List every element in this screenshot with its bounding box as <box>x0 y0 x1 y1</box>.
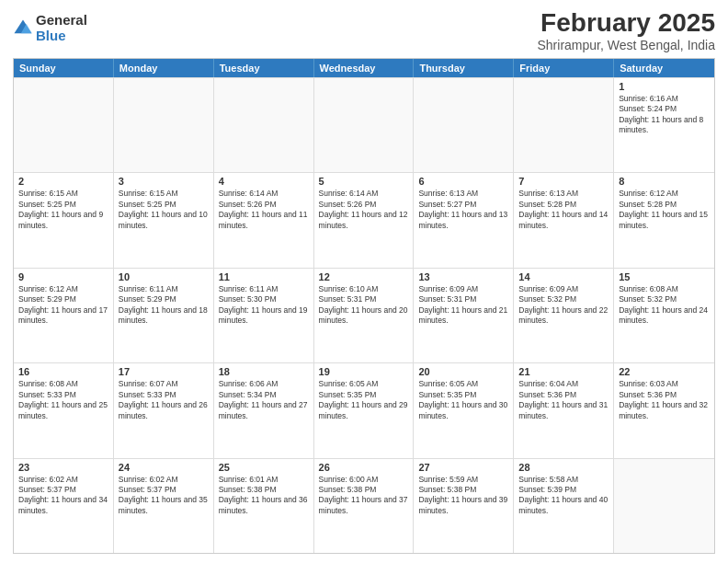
day-info: Sunrise: 6:08 AM Sunset: 5:32 PM Dayligh… <box>619 284 710 327</box>
day-info: Sunrise: 6:02 AM Sunset: 5:37 PM Dayligh… <box>18 475 108 517</box>
day-number: 5 <box>319 176 409 187</box>
empty-cell <box>314 78 415 172</box>
title-block: February 2025 Shrirampur, West Bengal, I… <box>537 9 715 52</box>
day-cell: 19Sunrise: 6:05 AM Sunset: 5:35 PM Dayli… <box>314 363 415 457</box>
logo-general: General <box>36 13 87 29</box>
calendar-row: 9Sunrise: 6:12 AM Sunset: 5:29 PM Daylig… <box>14 268 714 362</box>
weekday-header: Monday <box>114 59 214 77</box>
page-header: General Blue February 2025 Shrirampur, W… <box>13 9 715 52</box>
day-cell: 14Sunrise: 6:09 AM Sunset: 5:32 PM Dayli… <box>514 269 614 362</box>
day-cell: 3Sunrise: 6:15 AM Sunset: 5:25 PM Daylig… <box>114 173 214 267</box>
calendar-body: 1Sunrise: 6:16 AM Sunset: 5:24 PM Daylig… <box>14 77 714 553</box>
weekday-header: Sunday <box>14 59 114 77</box>
day-cell: 10Sunrise: 6:11 AM Sunset: 5:29 PM Dayli… <box>114 269 214 362</box>
day-info: Sunrise: 6:16 AM Sunset: 5:24 PM Dayligh… <box>619 94 710 136</box>
day-cell: 25Sunrise: 6:01 AM Sunset: 5:38 PM Dayli… <box>214 459 314 553</box>
day-cell: 5Sunrise: 6:14 AM Sunset: 5:26 PM Daylig… <box>314 173 415 267</box>
day-info: Sunrise: 6:13 AM Sunset: 5:27 PM Dayligh… <box>418 189 508 231</box>
calendar: SundayMondayTuesdayWednesdayThursdayFrid… <box>13 58 715 554</box>
day-cell: 6Sunrise: 6:13 AM Sunset: 5:27 PM Daylig… <box>414 173 514 267</box>
day-info: Sunrise: 6:05 AM Sunset: 5:35 PM Dayligh… <box>319 379 409 421</box>
day-info: Sunrise: 6:12 AM Sunset: 5:29 PM Dayligh… <box>18 284 108 327</box>
day-number: 20 <box>418 366 508 377</box>
day-info: Sunrise: 6:03 AM Sunset: 5:36 PM Dayligh… <box>619 379 710 421</box>
day-info: Sunrise: 5:58 AM Sunset: 5:39 PM Dayligh… <box>518 475 609 517</box>
day-cell: 22Sunrise: 6:03 AM Sunset: 5:36 PM Dayli… <box>614 363 714 457</box>
empty-cell <box>114 78 214 172</box>
calendar-row: 1Sunrise: 6:16 AM Sunset: 5:24 PM Daylig… <box>14 77 714 172</box>
day-info: Sunrise: 6:14 AM Sunset: 5:26 PM Dayligh… <box>219 189 309 231</box>
weekday-header: Saturday <box>614 59 714 77</box>
day-number: 15 <box>619 271 710 282</box>
main-title: February 2025 <box>537 9 715 38</box>
logo-blue: Blue <box>36 29 87 44</box>
day-number: 27 <box>418 462 508 473</box>
day-info: Sunrise: 6:13 AM Sunset: 5:28 PM Dayligh… <box>518 189 609 231</box>
day-cell: 17Sunrise: 6:07 AM Sunset: 5:33 PM Dayli… <box>114 363 214 457</box>
day-cell: 23Sunrise: 6:02 AM Sunset: 5:37 PM Dayli… <box>14 459 114 553</box>
day-info: Sunrise: 6:11 AM Sunset: 5:29 PM Dayligh… <box>119 284 209 327</box>
calendar-row: 23Sunrise: 6:02 AM Sunset: 5:37 PM Dayli… <box>14 458 714 553</box>
day-number: 28 <box>518 462 609 473</box>
day-cell: 9Sunrise: 6:12 AM Sunset: 5:29 PM Daylig… <box>14 269 114 362</box>
day-info: Sunrise: 6:06 AM Sunset: 5:34 PM Dayligh… <box>219 379 309 421</box>
day-cell: 26Sunrise: 6:00 AM Sunset: 5:38 PM Dayli… <box>314 459 415 553</box>
day-number: 2 <box>18 176 108 187</box>
day-number: 10 <box>119 271 209 282</box>
calendar-row: 2Sunrise: 6:15 AM Sunset: 5:25 PM Daylig… <box>14 172 714 267</box>
day-number: 11 <box>219 271 309 282</box>
day-info: Sunrise: 6:08 AM Sunset: 5:33 PM Dayligh… <box>18 379 108 421</box>
day-number: 13 <box>418 271 508 282</box>
empty-cell <box>214 78 314 172</box>
subtitle: Shrirampur, West Bengal, India <box>537 38 715 52</box>
weekday-header: Friday <box>514 59 614 77</box>
day-cell: 7Sunrise: 6:13 AM Sunset: 5:28 PM Daylig… <box>514 173 614 267</box>
day-cell: 27Sunrise: 5:59 AM Sunset: 5:38 PM Dayli… <box>414 459 514 553</box>
day-info: Sunrise: 6:14 AM Sunset: 5:26 PM Dayligh… <box>319 189 409 231</box>
logo-icon <box>13 18 33 39</box>
day-number: 19 <box>319 366 409 377</box>
day-number: 25 <box>219 462 309 473</box>
day-number: 12 <box>319 271 409 282</box>
day-cell: 16Sunrise: 6:08 AM Sunset: 5:33 PM Dayli… <box>14 363 114 457</box>
day-info: Sunrise: 6:10 AM Sunset: 5:31 PM Dayligh… <box>319 284 409 327</box>
day-info: Sunrise: 6:05 AM Sunset: 5:35 PM Dayligh… <box>418 379 508 421</box>
day-cell: 11Sunrise: 6:11 AM Sunset: 5:30 PM Dayli… <box>214 269 314 362</box>
day-info: Sunrise: 6:15 AM Sunset: 5:25 PM Dayligh… <box>18 189 108 231</box>
day-number: 17 <box>119 366 209 377</box>
day-number: 26 <box>319 462 409 473</box>
day-cell: 8Sunrise: 6:12 AM Sunset: 5:28 PM Daylig… <box>614 173 714 267</box>
day-cell: 15Sunrise: 6:08 AM Sunset: 5:32 PM Dayli… <box>614 269 714 362</box>
weekday-header: Tuesday <box>214 59 314 77</box>
day-number: 4 <box>219 176 309 187</box>
day-number: 1 <box>619 81 710 92</box>
day-info: Sunrise: 6:15 AM Sunset: 5:25 PM Dayligh… <box>119 189 209 231</box>
calendar-header: SundayMondayTuesdayWednesdayThursdayFrid… <box>14 59 714 77</box>
day-cell: 21Sunrise: 6:04 AM Sunset: 5:36 PM Dayli… <box>514 363 614 457</box>
day-number: 8 <box>619 176 710 187</box>
day-cell: 24Sunrise: 6:02 AM Sunset: 5:37 PM Dayli… <box>114 459 214 553</box>
day-number: 9 <box>18 271 108 282</box>
day-cell: 28Sunrise: 5:58 AM Sunset: 5:39 PM Dayli… <box>514 459 614 553</box>
day-number: 22 <box>619 366 710 377</box>
weekday-header: Thursday <box>414 59 514 77</box>
day-info: Sunrise: 6:04 AM Sunset: 5:36 PM Dayligh… <box>518 379 609 421</box>
day-cell: 4Sunrise: 6:14 AM Sunset: 5:26 PM Daylig… <box>214 173 314 267</box>
empty-cell <box>614 459 714 553</box>
day-number: 23 <box>18 462 108 473</box>
day-cell: 12Sunrise: 6:10 AM Sunset: 5:31 PM Dayli… <box>314 269 415 362</box>
day-number: 16 <box>18 366 108 377</box>
day-cell: 20Sunrise: 6:05 AM Sunset: 5:35 PM Dayli… <box>414 363 514 457</box>
logo: General Blue <box>13 13 87 43</box>
day-info: Sunrise: 6:12 AM Sunset: 5:28 PM Dayligh… <box>619 189 710 231</box>
day-cell: 18Sunrise: 6:06 AM Sunset: 5:34 PM Dayli… <box>214 363 314 457</box>
day-number: 21 <box>518 366 609 377</box>
day-info: Sunrise: 6:09 AM Sunset: 5:31 PM Dayligh… <box>418 284 508 327</box>
day-number: 6 <box>418 176 508 187</box>
day-cell: 2Sunrise: 6:15 AM Sunset: 5:25 PM Daylig… <box>14 173 114 267</box>
day-number: 14 <box>518 271 609 282</box>
day-number: 24 <box>119 462 209 473</box>
day-number: 18 <box>219 366 309 377</box>
calendar-row: 16Sunrise: 6:08 AM Sunset: 5:33 PM Dayli… <box>14 362 714 457</box>
day-info: Sunrise: 6:09 AM Sunset: 5:32 PM Dayligh… <box>518 284 609 327</box>
